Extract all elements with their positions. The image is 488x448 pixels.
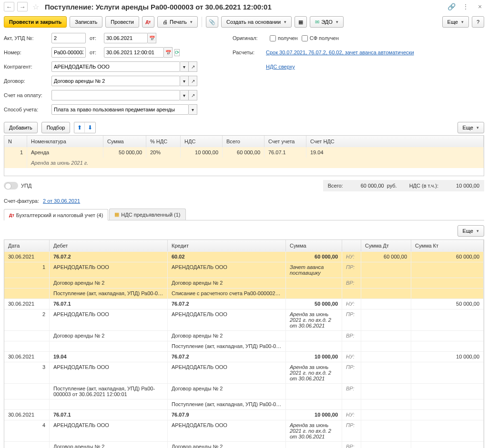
dropdown-icon[interactable]: ▾ xyxy=(189,104,197,115)
contract-label: Договор: xyxy=(4,78,51,84)
save-button[interactable]: Записать xyxy=(70,16,102,28)
structure-button[interactable]: ▦ xyxy=(295,16,307,28)
acc-row[interactable]: 30.06.2021 76.07.1 76.07.9 10 000,00 НУ: xyxy=(4,409,484,420)
post-close-button[interactable]: Провести и закрыть xyxy=(4,16,67,28)
pick-button[interactable]: Подбор xyxy=(41,122,71,133)
dropdown-icon[interactable]: ▾ xyxy=(180,90,189,100)
doc-num-input[interactable] xyxy=(51,47,86,58)
grid-row[interactable]: 1 Аренда 50 000,00 20% 10 000,00 60 000,… xyxy=(4,147,484,158)
acc-row[interactable]: 30.06.2021 76.07.1 76.07.2 50 000,00 НУ:… xyxy=(4,299,484,309)
acc-row[interactable]: Поступление (акт, накладная, УПД) Ра00-0… xyxy=(4,341,484,351)
grid-more-button[interactable]: Еще xyxy=(458,122,484,133)
calendar-icon[interactable]: 📅 xyxy=(164,47,173,58)
more-button[interactable]: Еще xyxy=(442,16,469,28)
contract-input[interactable] xyxy=(51,76,180,86)
doc-date-input[interactable] xyxy=(104,47,164,58)
acc-row[interactable]: 4 АРЕНДОДАТЕЛЬ ООО АРЕНДОДАТЕЛЬ ООО Арен… xyxy=(4,420,484,441)
open-icon[interactable]: ↗ xyxy=(189,90,197,100)
nav-forward-button[interactable]: → xyxy=(17,2,28,11)
window-title: Поступление: Услуги аренды Ра00-000003 о… xyxy=(45,3,441,11)
account-input[interactable] xyxy=(51,90,180,100)
help-button[interactable]: ? xyxy=(472,16,484,28)
totals-box: Всего: 60 000,00 руб. НДС (в т.ч.): 10 0… xyxy=(323,180,484,191)
tab-vat[interactable]: ▦ НДС предъявленный (1) xyxy=(109,209,185,220)
structure-icon: ▦ xyxy=(298,19,303,25)
edo-button[interactable]: ✉ЭДО xyxy=(310,16,344,28)
edo-icon: ✉ xyxy=(315,19,319,25)
add-button[interactable]: Добавить xyxy=(4,122,38,133)
acc-row[interactable]: Договор аренды № 2 Договор аренды № 2 ВР… xyxy=(4,278,484,288)
acc-row[interactable]: Поступление (акт, накладная, УПД) Ра00-0… xyxy=(4,399,484,409)
acc-header: Дата Дебет Кредит Сумма Сумма Дт Сумма К… xyxy=(4,240,484,251)
method-label: Способ учета: xyxy=(4,107,51,112)
received-checkbox[interactable]: получен xyxy=(270,35,298,41)
refresh-icon[interactable]: ⟳ xyxy=(174,49,180,56)
total-value: 60 000,00 xyxy=(346,183,384,189)
printer-icon: 🖨 xyxy=(163,19,168,25)
acc-more-button[interactable]: Еще xyxy=(458,225,484,237)
create-based-button[interactable]: Создать на основании xyxy=(221,16,292,28)
doc-icon: ▦ xyxy=(114,211,119,218)
dropdown-icon[interactable]: ▾ xyxy=(180,76,189,86)
acc-row[interactable]: Поступление (акт, накладная, УПД) Ра00-0… xyxy=(4,383,484,399)
act-num-input[interactable] xyxy=(51,33,86,43)
move-down-button[interactable]: ⬇ xyxy=(85,122,95,133)
dt-kt-button[interactable]: Дт xyxy=(142,16,154,28)
calc-label: Расчеты: xyxy=(233,50,266,55)
num-label: Номер: xyxy=(4,50,51,55)
vat-total-value: 10 000,00 xyxy=(441,183,479,189)
nav-back-button[interactable]: ← xyxy=(4,2,14,11)
open-icon[interactable]: ↗ xyxy=(189,76,197,86)
accounting-grid: Дата Дебет Кредит Сумма Сумма Дт Сумма К… xyxy=(4,239,484,448)
act-date-input[interactable] xyxy=(104,33,148,43)
grid-subrow[interactable]: Аренда за июнь 2021 г. xyxy=(4,158,484,168)
vat-link[interactable]: НДС сверху xyxy=(266,64,295,70)
calc-link[interactable]: Срок 30.07.2021, 76.07.2, 60.02, зачет а… xyxy=(266,50,414,55)
attach-button[interactable]: 📎 xyxy=(206,16,218,28)
close-icon[interactable]: × xyxy=(476,2,484,11)
counterparty-input[interactable] xyxy=(51,61,180,72)
from-label2: от: xyxy=(90,50,104,55)
link-icon[interactable]: 🔗 xyxy=(447,2,456,11)
from-label: от: xyxy=(90,35,104,41)
dropdown-icon[interactable]: ▾ xyxy=(180,61,189,72)
tab-accounting[interactable]: Дт Бухгалтерский и налоговый учет (4) xyxy=(4,209,108,220)
counter-label: Контрагент: xyxy=(4,64,51,70)
paperclip-icon: 📎 xyxy=(209,19,215,25)
dt-kt-icon: Дт xyxy=(9,213,14,218)
open-icon[interactable]: ↗ xyxy=(189,61,197,72)
items-grid: N Номенклатура Сумма % НДС НДС Всего Сче… xyxy=(4,135,484,176)
account-label: Счет на оплату: xyxy=(4,92,51,98)
orig-label: Оригинал: xyxy=(233,35,266,41)
calendar-icon[interactable]: 📅 xyxy=(148,33,156,43)
act-label: Акт, УПД №: xyxy=(4,35,51,41)
move-up-button[interactable]: ⬆ xyxy=(74,122,85,133)
post-button[interactable]: Провести xyxy=(105,16,139,28)
acc-row[interactable]: 30.06.2021 76.07.2 60.02 60 000,00 НУ: 6… xyxy=(4,251,484,262)
invoice-link[interactable]: 2 от 30.06.2021 xyxy=(43,198,80,204)
favorite-star-icon[interactable]: ☆ xyxy=(32,2,39,11)
grid-header: N Номенклатура Сумма % НДС НДС Всего Сче… xyxy=(4,136,484,147)
acc-row[interactable]: 30.06.2021 19.04 76.07.2 10 000,00 НУ: 1… xyxy=(4,351,484,362)
acc-row[interactable]: 1 АРЕНДОДАТЕЛЬ ООО АРЕНДОДАТЕЛЬ ООО Заче… xyxy=(4,262,484,278)
acc-row[interactable]: Договор аренды № 2 Договор аренды № 2 ВР… xyxy=(4,330,484,341)
print-button[interactable]: 🖨Печать xyxy=(157,16,198,28)
sf-received-checkbox[interactable]: СФ получен xyxy=(302,35,339,41)
method-input[interactable] xyxy=(51,104,189,115)
acc-row[interactable]: Поступление (акт, накладная, УПД) Ра00-0… xyxy=(4,288,484,299)
acc-row[interactable]: 3 АРЕНДОДАТЕЛЬ ООО АРЕНДОДАТЕЛЬ ООО Арен… xyxy=(4,362,484,383)
acc-row[interactable]: Договор аренды № 2 Договор аренды № 2 ВР… xyxy=(4,441,484,448)
upd-toggle[interactable] xyxy=(4,182,18,189)
upd-label: УПД xyxy=(21,183,31,189)
acc-row[interactable]: 2 АРЕНДОДАТЕЛЬ ООО АРЕНДОДАТЕЛЬ ООО Арен… xyxy=(4,309,484,330)
invoice-label: Счет-фактура: xyxy=(4,198,39,204)
more-vert-icon[interactable]: ⋮ xyxy=(461,2,470,11)
